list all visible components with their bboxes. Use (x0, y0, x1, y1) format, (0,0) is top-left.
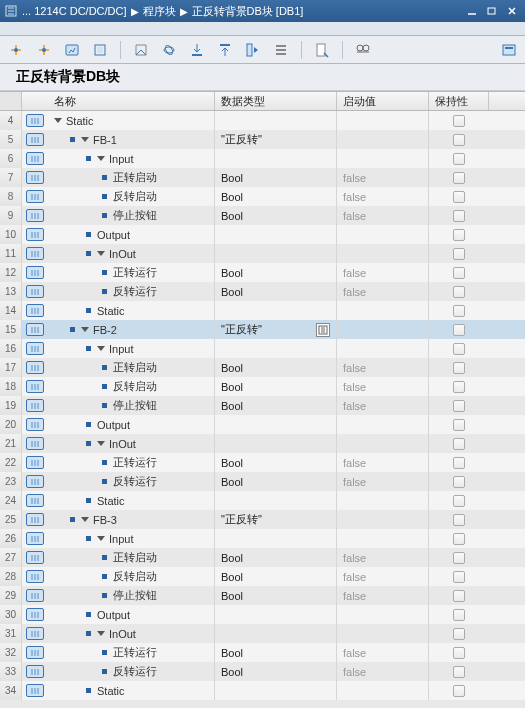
row-number[interactable]: 28 (0, 567, 22, 586)
retain-checkbox[interactable] (453, 115, 465, 127)
column-header-start[interactable]: 启动值 (337, 92, 429, 110)
start-value-cell[interactable]: false (337, 377, 429, 396)
table-row[interactable]: 31InOut (0, 624, 525, 643)
table-row[interactable]: 27正转启动Boolfalse (0, 548, 525, 567)
row-number[interactable]: 22 (0, 453, 22, 472)
retain-checkbox[interactable] (453, 153, 465, 165)
retain-checkbox[interactable] (453, 685, 465, 697)
retain-checkbox[interactable] (453, 552, 465, 564)
type-cell[interactable]: Bool (215, 548, 337, 567)
start-value-cell[interactable] (337, 434, 429, 453)
row-number[interactable]: 30 (0, 605, 22, 624)
start-value-cell[interactable]: false (337, 206, 429, 225)
tool-icon[interactable] (159, 40, 179, 60)
type-cell[interactable]: Bool (215, 453, 337, 472)
breadcrumb[interactable]: ... 1214C DC/DC/DC] (22, 5, 127, 17)
name-cell[interactable]: 正转运行 (48, 643, 215, 662)
row-number[interactable]: 11 (0, 244, 22, 263)
table-row[interactable]: 21InOut (0, 434, 525, 453)
expand-arrow-icon[interactable] (97, 536, 105, 541)
start-value-cell[interactable] (337, 339, 429, 358)
type-cell[interactable] (215, 149, 337, 168)
name-cell[interactable]: InOut (48, 434, 215, 453)
start-value-cell[interactable] (337, 149, 429, 168)
expand-arrow-icon[interactable] (81, 327, 89, 332)
start-value-cell[interactable] (337, 605, 429, 624)
table-row[interactable]: 8反转启动Boolfalse (0, 187, 525, 206)
name-cell[interactable]: 停止按钮 (48, 396, 215, 415)
name-cell[interactable]: 正转启动 (48, 548, 215, 567)
start-value-cell[interactable] (337, 130, 429, 149)
type-cell[interactable]: Bool (215, 206, 337, 225)
row-number[interactable]: 33 (0, 662, 22, 681)
expand-arrow-icon[interactable] (97, 441, 105, 446)
start-value-cell[interactable] (337, 681, 429, 700)
row-number[interactable]: 34 (0, 681, 22, 700)
start-value-cell[interactable]: false (337, 643, 429, 662)
tool-icon[interactable] (499, 40, 519, 60)
table-row[interactable]: 5FB-1"正反转" (0, 130, 525, 149)
row-number[interactable]: 10 (0, 225, 22, 244)
tool-icon[interactable] (353, 40, 373, 60)
type-cell[interactable] (215, 301, 337, 320)
table-row[interactable]: 28反转启动Boolfalse (0, 567, 525, 586)
row-number[interactable]: 27 (0, 548, 22, 567)
retain-checkbox[interactable] (453, 248, 465, 260)
name-cell[interactable]: 正转运行 (48, 263, 215, 282)
name-cell[interactable]: 反转启动 (48, 377, 215, 396)
table-row[interactable]: 20Output (0, 415, 525, 434)
start-value-cell[interactable]: false (337, 567, 429, 586)
row-number[interactable]: 32 (0, 643, 22, 662)
row-number[interactable]: 20 (0, 415, 22, 434)
name-cell[interactable]: Static (48, 301, 215, 320)
row-number[interactable]: 9 (0, 206, 22, 225)
row-number[interactable]: 4 (0, 111, 22, 130)
row-number[interactable]: 29 (0, 586, 22, 605)
table-row[interactable]: 6Input (0, 149, 525, 168)
row-number[interactable]: 14 (0, 301, 22, 320)
type-cell[interactable]: "正反转" (215, 130, 337, 149)
start-value-cell[interactable]: false (337, 662, 429, 681)
retain-checkbox[interactable] (453, 571, 465, 583)
name-cell[interactable]: 正转运行 (48, 453, 215, 472)
type-cell[interactable]: Bool (215, 662, 337, 681)
retain-checkbox[interactable] (453, 191, 465, 203)
start-value-cell[interactable]: false (337, 453, 429, 472)
table-row[interactable]: 18反转启动Boolfalse (0, 377, 525, 396)
name-cell[interactable]: FB-3 (48, 510, 215, 529)
tool-icon[interactable] (243, 40, 263, 60)
expand-arrow-icon[interactable] (97, 346, 105, 351)
start-value-cell[interactable]: false (337, 586, 429, 605)
type-cell[interactable] (215, 415, 337, 434)
type-cell[interactable] (215, 434, 337, 453)
start-value-cell[interactable] (337, 529, 429, 548)
table-row[interactable]: 9停止按钮Boolfalse (0, 206, 525, 225)
start-value-cell[interactable] (337, 415, 429, 434)
row-number[interactable]: 15 (0, 320, 22, 339)
start-value-cell[interactable]: false (337, 187, 429, 206)
type-cell[interactable]: Bool (215, 358, 337, 377)
tool-icon[interactable] (271, 40, 291, 60)
row-number[interactable]: 25 (0, 510, 22, 529)
row-number[interactable]: 6 (0, 149, 22, 168)
start-value-cell[interactable] (337, 225, 429, 244)
name-cell[interactable]: 正转启动 (48, 358, 215, 377)
tool-icon[interactable] (215, 40, 235, 60)
row-number[interactable]: 17 (0, 358, 22, 377)
close-button[interactable] (503, 4, 521, 18)
name-cell[interactable]: Static (48, 491, 215, 510)
restore-button[interactable] (483, 4, 501, 18)
table-row[interactable]: 17正转启动Boolfalse (0, 358, 525, 377)
name-cell[interactable]: 反转运行 (48, 472, 215, 491)
row-number[interactable]: 23 (0, 472, 22, 491)
row-number[interactable]: 31 (0, 624, 22, 643)
start-value-cell[interactable] (337, 624, 429, 643)
retain-checkbox[interactable] (453, 476, 465, 488)
type-cell[interactable]: Bool (215, 586, 337, 605)
type-cell[interactable] (215, 225, 337, 244)
table-row[interactable]: 30Output (0, 605, 525, 624)
tool-icon[interactable] (90, 40, 110, 60)
type-cell[interactable] (215, 491, 337, 510)
table-row[interactable]: 34Static (0, 681, 525, 700)
type-cell[interactable]: "正反转" (215, 320, 337, 339)
